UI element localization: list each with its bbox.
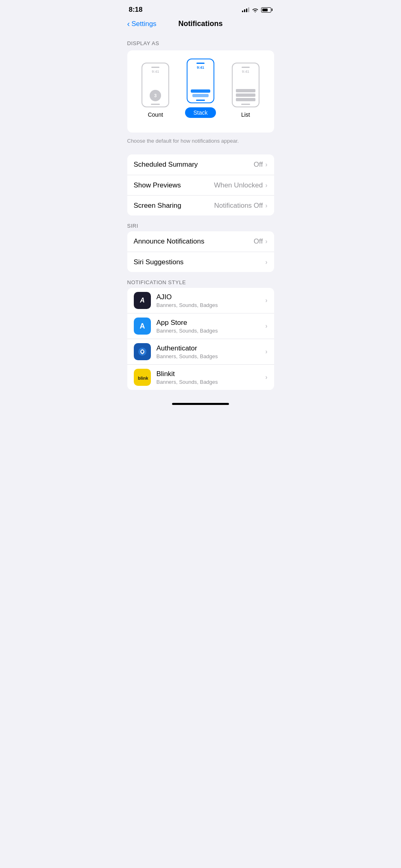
scheduled-summary-label: Scheduled Summary [134, 161, 198, 169]
count-label: Count [148, 111, 163, 118]
blinkit-right: › [264, 374, 267, 381]
wifi-icon [252, 7, 259, 13]
phone-notch-stack [196, 63, 205, 64]
ajio-chevron: › [265, 297, 267, 304]
app-row-appstore[interactable]: A App Store Banners, Sounds, Badges › [127, 313, 274, 339]
notification-style-section-label: NOTIFICATION STYLE [121, 272, 281, 288]
scheduled-summary-chevron: › [265, 161, 267, 168]
scheduled-summary-right: Off › [254, 161, 268, 169]
screen-sharing-row[interactable]: Screen Sharing Notifications Off › [127, 195, 274, 215]
phone-home-count [151, 104, 160, 105]
blinkit-icon-svg: blinkit [137, 373, 148, 381]
phone-time-count: 9:41 [152, 70, 159, 74]
list-line-2 [236, 94, 255, 97]
display-as-section-label: DISPLAY AS [121, 33, 281, 49]
count-badge: 3 [150, 90, 161, 101]
app-row-authenticator[interactable]: Authenticator Banners, Sounds, Badges › [127, 339, 274, 364]
phone-home-stack [196, 100, 205, 101]
phone-mockup-list: 9:41 [232, 63, 259, 107]
svg-rect-3 [142, 352, 143, 353]
svg-text:A: A [139, 322, 145, 330]
home-indicator [172, 403, 229, 405]
blinkit-info: Blinkit Banners, Sounds, Badges [157, 370, 265, 385]
phone-home-list [241, 104, 250, 105]
list-label: List [241, 111, 250, 118]
phone-content-count: 3 [144, 75, 167, 103]
back-chevron-icon: ‹ [127, 19, 130, 28]
ajio-subtitle: Banners, Sounds, Badges [157, 302, 265, 308]
appstore-info: App Store Banners, Sounds, Badges [157, 319, 265, 334]
app-row-ajio[interactable]: A AJIO Banners, Sounds, Badges › [127, 288, 274, 313]
app-icon-blinkit: blinkit [134, 369, 151, 386]
appstore-icon-svg: A [137, 321, 148, 331]
phone-time-stack: 9:41 [197, 65, 204, 70]
auth-icon-svg [137, 346, 148, 357]
authenticator-info: Authenticator Banners, Sounds, Badges [157, 344, 265, 359]
authenticator-chevron: › [265, 348, 267, 355]
stack-bar-2 [192, 94, 209, 97]
siri-suggestions-chevron: › [265, 259, 267, 266]
announce-notifications-chevron: › [265, 238, 267, 245]
stack-label[interactable]: Stack [185, 107, 216, 118]
appstore-chevron: › [265, 322, 267, 330]
siri-card: Announce Notifications Off › Siri Sugges… [127, 231, 274, 272]
announce-notifications-value: Off [254, 237, 263, 246]
screen-sharing-label: Screen Sharing [134, 202, 181, 210]
list-line-1 [236, 89, 255, 92]
phone-mockup-stack: 9:41 [187, 59, 214, 103]
screen-sharing-value: Notifications Off [214, 202, 263, 210]
show-previews-right: When Unlocked › [214, 181, 267, 189]
status-icons [242, 7, 272, 13]
status-time: 8:18 [129, 6, 143, 14]
status-bar: 8:18 [121, 0, 281, 16]
show-previews-row[interactable]: Show Previews When Unlocked › [127, 175, 274, 195]
siri-suggestions-row[interactable]: Siri Suggestions › [127, 252, 274, 272]
app-icon-appstore: A [134, 318, 151, 335]
nav-header: ‹ Settings Notifications [121, 16, 281, 33]
svg-text:blinkit: blinkit [138, 376, 148, 381]
ajio-name: AJIO [157, 293, 265, 301]
back-label: Settings [131, 20, 156, 28]
phone-content-stack [189, 71, 212, 99]
show-previews-label: Show Previews [134, 181, 181, 189]
display-as-card: 9:41 3 Count 9:41 Stack [127, 50, 274, 133]
display-option-list[interactable]: 9:41 List [232, 63, 259, 118]
app-icon-authenticator [134, 343, 151, 360]
phone-notch-count [151, 67, 159, 68]
phone-notch-list [242, 67, 250, 68]
ajio-right: › [264, 297, 267, 304]
scheduled-summary-row[interactable]: Scheduled Summary Off › [127, 154, 274, 175]
blinkit-subtitle: Banners, Sounds, Badges [157, 379, 265, 385]
stack-bar-1 [191, 89, 210, 93]
show-previews-value: When Unlocked [214, 181, 263, 189]
blinkit-chevron: › [265, 374, 267, 381]
app-icon-ajio: A [134, 292, 151, 309]
scheduled-summary-value: Off [254, 161, 263, 169]
appstore-right: › [264, 322, 267, 330]
back-button[interactable]: ‹ Settings [127, 20, 157, 28]
display-as-helper: Choose the default for how notifications… [121, 134, 281, 151]
announce-notifications-row[interactable]: Announce Notifications Off › [127, 231, 274, 252]
display-options: 9:41 3 Count 9:41 Stack [134, 59, 268, 118]
list-line-3 [236, 98, 255, 101]
appstore-subtitle: Banners, Sounds, Badges [157, 328, 265, 334]
blinkit-name: Blinkit [157, 370, 265, 378]
display-option-stack[interactable]: 9:41 Stack [185, 59, 216, 118]
ajio-info: AJIO Banners, Sounds, Badges [157, 293, 265, 308]
notification-style-card: A AJIO Banners, Sounds, Badges › A App S… [127, 288, 274, 390]
home-indicator-area [121, 390, 281, 413]
authenticator-subtitle: Banners, Sounds, Badges [157, 353, 265, 359]
announce-notifications-label: Announce Notifications [134, 237, 205, 246]
appstore-name: App Store [157, 319, 265, 327]
siri-suggestions-label: Siri Suggestions [134, 258, 184, 266]
battery-icon [261, 7, 272, 13]
display-option-count[interactable]: 9:41 3 Count [142, 63, 169, 118]
phone-mockup-count: 9:41 3 [142, 63, 169, 107]
phone-content-list [234, 75, 257, 103]
app-row-blinkit[interactable]: blinkit Blinkit Banners, Sounds, Badges … [127, 364, 274, 390]
show-previews-chevron: › [265, 182, 267, 189]
announce-notifications-right: Off › [254, 237, 268, 246]
ajio-icon-text: A [140, 297, 144, 304]
siri-suggestions-right: › [264, 259, 267, 266]
siri-section-label: SIRI [121, 215, 281, 231]
